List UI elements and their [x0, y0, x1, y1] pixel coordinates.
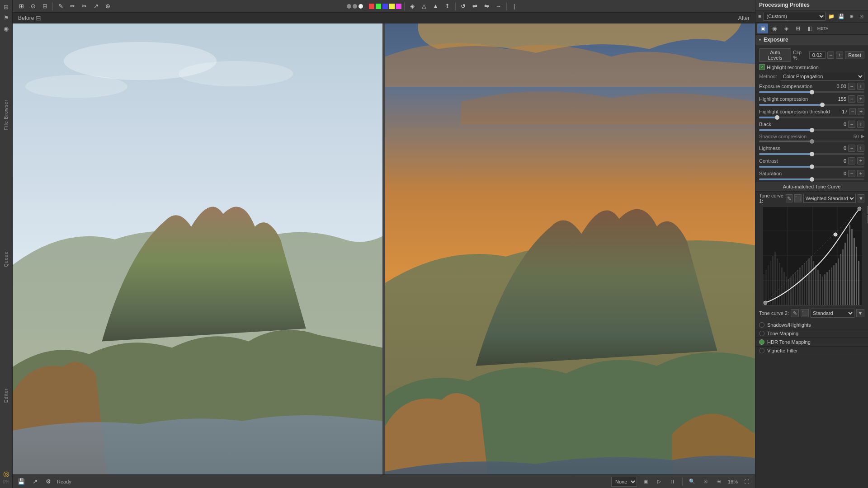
tab-raw[interactable]: ◧ — [804, 23, 815, 33]
saturation-slider[interactable] — [759, 178, 864, 180]
auto-levels-btn[interactable]: Auto Levels — [759, 48, 791, 62]
toolbar-triangle2[interactable]: ▲ — [431, 1, 441, 11]
before-panel — [13, 23, 382, 474]
profile-save-btn[interactable]: 💾 — [837, 12, 845, 20]
sidebar-icon-flag[interactable]: ⚑ — [1, 13, 11, 23]
contrast-plus[interactable]: + — [857, 157, 864, 164]
svg-rect-46 — [838, 258, 839, 305]
tone-curve-1-expand[interactable]: ▼ — [858, 194, 864, 202]
lightness-slider[interactable] — [759, 153, 864, 155]
tab-transform[interactable]: ⊞ — [793, 23, 803, 33]
tone-curve-canvas[interactable] — [763, 206, 861, 305]
toolbar-pencil[interactable]: ✏ — [67, 1, 77, 11]
exposure-triangle: ▼ — [758, 38, 762, 42]
shadow-comp-slider[interactable] — [759, 141, 864, 142]
tone-curve-2-color[interactable]: ⬛ — [801, 309, 809, 317]
tab-color[interactable]: ◉ — [769, 23, 780, 33]
tab-bar: ▣ ◉ ◈ ⊞ ◧ META — [755, 23, 868, 35]
profile-select[interactable]: (Custom) — [764, 12, 826, 21]
tab-meta[interactable]: META — [816, 23, 830, 33]
sidebar-icon-files[interactable]: ⊞ — [1, 2, 11, 12]
saturation-plus[interactable]: + — [857, 170, 864, 177]
toolbar-pin[interactable]: | — [509, 1, 519, 11]
bottom-btn-1[interactable]: ▣ — [641, 477, 651, 487]
contrast-minus[interactable]: − — [848, 157, 855, 164]
toolbar-save[interactable]: ⊟ — [40, 1, 50, 11]
queue-label: Queue — [4, 249, 9, 269]
saturation-slider-row — [755, 178, 868, 182]
tone-curve-1-edit[interactable]: ✎ — [786, 194, 793, 202]
saturation-minus[interactable]: − — [848, 170, 855, 177]
tone-mapping-item[interactable]: Tone Mapping — [755, 329, 868, 338]
toolbar-export[interactable]: ↥ — [443, 1, 453, 11]
fullscreen-btn[interactable]: ⛶ — [741, 477, 751, 487]
tone-curve-2-edit[interactable]: ✎ — [791, 309, 799, 317]
vignette-filter-item[interactable]: Vignette Filter — [755, 347, 868, 355]
lightness-plus[interactable]: + — [857, 145, 864, 152]
black-slider[interactable] — [759, 129, 864, 131]
reset-btn[interactable]: Reset — [845, 51, 864, 59]
tone-curve-1-color[interactable]: ⬛ — [794, 194, 802, 202]
black-plus[interactable]: + — [857, 121, 864, 128]
sidebar-icon-color[interactable]: ◎ — [1, 469, 11, 479]
toolbar-flip2[interactable]: ⇋ — [482, 1, 492, 11]
zoom-in-btn[interactable]: ⊕ — [714, 477, 724, 487]
toolbar-open[interactable]: ⊙ — [28, 1, 38, 11]
hdr-tone-mapping-item[interactable]: HDR Tone Mapping — [755, 338, 868, 347]
zoom-fit-btn[interactable]: ⊡ — [701, 477, 711, 487]
exposure-comp-plus[interactable]: + — [857, 83, 864, 90]
highlight-comp-minus[interactable]: − — [848, 95, 855, 103]
svg-rect-29 — [799, 267, 801, 305]
lightness-minus[interactable]: − — [848, 145, 855, 152]
toolbar-flip[interactable]: ⇌ — [470, 1, 480, 11]
bottom-btn-3[interactable]: ⏸ — [668, 477, 678, 487]
highlight-comp-slider-row — [755, 103, 868, 107]
method-select[interactable]: Color Propagation — [780, 72, 864, 81]
toolbar-transform[interactable]: ↗ — [91, 1, 101, 11]
tab-exposure[interactable]: ▣ — [757, 23, 768, 33]
toolbar-triangle[interactable]: △ — [419, 1, 429, 11]
exposure-header[interactable]: ▼ Exposure — [755, 35, 868, 45]
toolbar-crop[interactable]: ✂ — [79, 1, 89, 11]
clip-value-input[interactable]: 0.02 — [809, 52, 826, 59]
toolbar-sep-2 — [366, 2, 366, 10]
profile-copy-btn[interactable]: ⊕ — [847, 12, 855, 20]
exposure-comp-slider[interactable] — [759, 91, 864, 93]
highlight-threshold-slider[interactable] — [759, 117, 864, 118]
tone-curve-1-select[interactable]: Weighted Standard — [803, 194, 856, 203]
contrast-slider[interactable] — [759, 166, 864, 168]
highlight-comp-slider[interactable] — [759, 104, 864, 106]
tone-curve-2-expand[interactable]: ▼ — [856, 309, 864, 317]
highlight-threshold-plus[interactable]: + — [858, 108, 864, 115]
clip-minus[interactable]: − — [827, 52, 835, 59]
shadows-highlights-item[interactable]: Shadows/Highlights — [755, 321, 868, 329]
toolbar-settings[interactable]: ⊕ — [103, 1, 113, 11]
exposure-comp-minus[interactable]: − — [848, 83, 855, 90]
tab-detail[interactable]: ◈ — [781, 23, 792, 33]
toolbar-arrow[interactable]: → — [494, 1, 504, 11]
zoom-out-btn[interactable]: 🔍 — [687, 477, 697, 487]
highlight-comp-plus[interactable]: + — [857, 95, 864, 103]
bottom-share-btn[interactable]: ↗ — [30, 477, 40, 487]
toolbar-hist[interactable]: ◈ — [407, 1, 417, 11]
bottom-settings-btn[interactable]: ⚙ — [43, 477, 53, 487]
profile-paste-btn[interactable]: ⊡ — [857, 12, 865, 20]
tone-curve-title: Auto-matched Tone Curve — [759, 184, 864, 189]
svg-rect-35 — [813, 261, 814, 305]
profile-bar: ≡ (Custom) 📁 💾 ⊕ ⊡ — [755, 10, 868, 23]
highlight-reconstruction-checkbox[interactable]: ✓ — [759, 64, 765, 70]
toolbar-rotate[interactable]: ↺ — [458, 1, 468, 11]
bottom-btn-2[interactable]: ▷ — [654, 477, 664, 487]
bottom-save-btn[interactable]: 💾 — [16, 477, 26, 487]
editor-label: Editor — [4, 386, 9, 404]
highlight-threshold-minus[interactable]: − — [849, 108, 856, 115]
clip-plus[interactable]: + — [836, 52, 843, 59]
toolbar-edit[interactable]: ✎ — [56, 1, 66, 11]
shadow-comp-expand[interactable]: ▶ — [861, 133, 864, 139]
sidebar-icon-circle[interactable]: ◉ — [1, 23, 11, 33]
black-minus[interactable]: − — [848, 121, 855, 128]
none-select[interactable]: None — [611, 477, 637, 487]
toolbar-new[interactable]: ⊞ — [16, 1, 26, 11]
profile-folder-btn[interactable]: 📁 — [827, 12, 835, 20]
tone-curve-2-select[interactable]: Standard — [811, 309, 854, 318]
